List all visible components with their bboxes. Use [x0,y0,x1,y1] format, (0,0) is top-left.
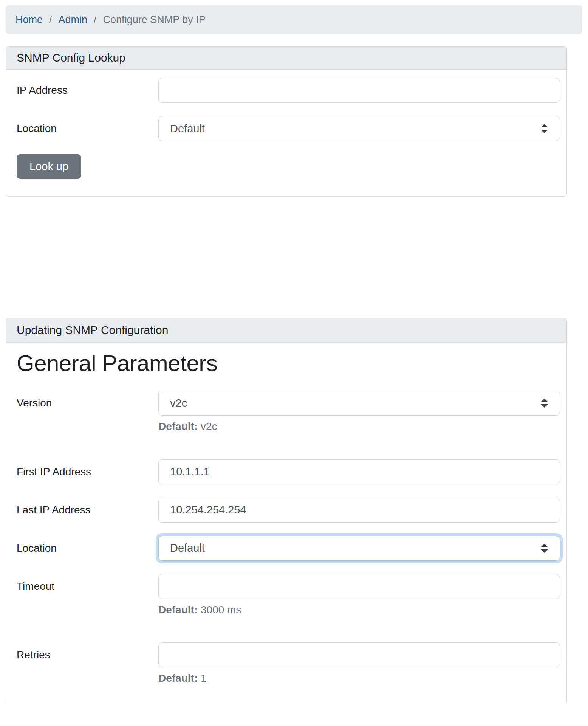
last-ip-address-input[interactable] [158,498,560,523]
updating-snmp-configuration-title: Updating SNMP Configuration [17,324,168,337]
lookup-form-rows: IP AddressLocationDefault [17,78,560,141]
location-row: LocationDefault [17,536,560,561]
updating-snmp-configuration-panel: Updating SNMP Configuration General Para… [6,318,567,703]
up-down-chevron-icon [540,398,548,408]
timeout-default-hint-label: Default: [158,604,198,616]
location-select-value: Default [170,542,205,554]
last-ip-address-row: Last IP Address [17,498,560,523]
location-label: Location [17,536,158,561]
ip-address-row: IP Address [17,78,560,103]
timeout-label: Timeout [17,574,158,599]
retries-default-hint: Default: 1 [158,672,560,685]
last-ip-address-control-col [158,498,560,523]
version-label: Version [17,391,158,416]
version-control-col: v2cDefault: v2c [158,391,560,433]
timeout-default-hint-value: 3000 ms [198,604,241,616]
retries-default-hint-value: 1 [198,672,206,684]
version-select[interactable]: v2c [158,391,560,416]
version-select-value: v2c [170,397,187,410]
general-parameters-heading: General Parameters [17,350,560,376]
up-down-chevron-icon [540,543,548,553]
location-label: Location [17,116,158,141]
location-select-value: Default [170,123,205,135]
breadcrumb-separator: / [49,14,52,26]
updating-snmp-configuration-body: General Parameters Versionv2cDefault: v2… [6,343,566,703]
version-default-hint: Default: v2c [158,420,560,433]
up-down-chevron-icon [540,124,548,133]
timeout-control-col: Default: 3000 ms [158,574,560,616]
version-default-hint-value: v2c [198,420,217,432]
update-form-rows: Versionv2cDefault: v2cFirst IP AddressLa… [17,391,560,703]
look-up-button[interactable]: Look up [17,154,81,179]
updating-snmp-configuration-header: Updating SNMP Configuration [6,318,566,343]
breadcrumb-item-configure-snmp-by-ip: Configure SNMP by IP [103,14,206,26]
location-select[interactable]: Default [158,536,560,561]
retries-control-col: Default: 1 [158,642,560,685]
breadcrumb: Home/Admin/Configure SNMP by IP [6,5,582,34]
last-ip-address-label: Last IP Address [17,498,158,523]
retries-label: Retries [17,642,158,667]
snmp-config-lookup-body: IP AddressLocationDefault Look up [6,70,566,196]
breadcrumb-item-admin[interactable]: Admin [59,14,88,26]
breadcrumb-item-home[interactable]: Home [15,14,43,26]
configure-snmp-page: { "breadcrumb": { "separator": "/", "ite… [0,0,588,726]
ip-address-input[interactable] [158,78,560,103]
snmp-config-lookup-panel: SNMP Config Lookup IP AddressLocationDef… [6,46,567,197]
location-row: LocationDefault [17,116,560,141]
version-default-hint-label: Default: [158,420,198,432]
timeout-row: TimeoutDefault: 3000 ms [17,574,560,616]
retries-input[interactable] [158,642,560,667]
first-ip-address-control-col [158,459,560,484]
timeout-default-hint: Default: 3000 ms [158,603,560,616]
breadcrumb-separator: / [94,14,97,26]
snmp-config-lookup-title: SNMP Config Lookup [17,51,125,64]
location-control-col: Default [158,116,560,141]
version-row: Versionv2cDefault: v2c [17,391,560,433]
retries-default-hint-label: Default: [158,672,198,684]
location-select[interactable]: Default [158,116,560,141]
retries-row: RetriesDefault: 1 [17,642,560,685]
first-ip-address-label: First IP Address [17,459,158,484]
ip-address-control-col [158,78,560,103]
first-ip-address-row: First IP Address [17,459,560,484]
location-control-col: Default [158,536,560,561]
first-ip-address-input[interactable] [158,459,560,484]
timeout-input[interactable] [158,574,560,599]
ip-address-label: IP Address [17,78,158,103]
breadcrumb-list: Home/Admin/Configure SNMP by IP [15,14,206,26]
snmp-config-lookup-header: SNMP Config Lookup [6,47,566,70]
